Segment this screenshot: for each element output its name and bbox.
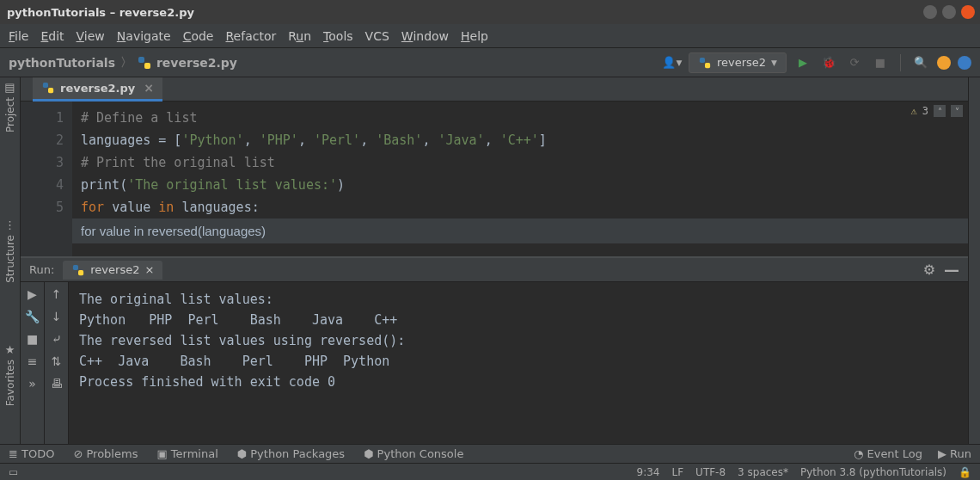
soft-wrap-icon[interactable]: ⤶ (52, 332, 62, 346)
breadcrumb-file[interactable]: reverse2.py (156, 56, 237, 70)
search-icon[interactable]: 🔍 (911, 53, 930, 72)
menu-vcs[interactable]: VCS (365, 29, 389, 43)
output-line: Process finished with exit code 0 (79, 372, 958, 392)
editor-tab[interactable]: reverse2.py × (33, 77, 162, 102)
title-bar: pythonTutorials – reverse2.py (0, 0, 980, 24)
code-text: 'C++' (500, 132, 539, 148)
menu-help[interactable]: Help (461, 29, 488, 43)
wrench-icon[interactable]: 🔧 (25, 310, 40, 323)
close-tab-icon[interactable]: × (144, 81, 154, 95)
menu-edit[interactable]: Edit (40, 29, 64, 43)
down-icon[interactable]: ↓ (52, 310, 62, 323)
status-icon[interactable]: ▭ (9, 466, 18, 478)
line-separator[interactable]: LF (672, 466, 684, 478)
line-number: 4 (21, 174, 72, 196)
menu-code[interactable]: Code (183, 29, 214, 43)
caret-pos[interactable]: 9:34 (637, 466, 660, 478)
layout-icon[interactable]: ≡ (28, 354, 38, 368)
problems-tab[interactable]: ⊘ Problems (73, 447, 138, 460)
todo-tab[interactable]: ≣ TODO (9, 447, 54, 460)
lock-icon[interactable]: 🔒 (959, 466, 971, 478)
run-tab[interactable]: ▶ Run (938, 447, 971, 460)
line-number: 2 (21, 129, 72, 151)
editor-inspections[interactable]: ⚠ 3 ˄ ˅ (911, 105, 963, 117)
minimize-button[interactable] (923, 5, 937, 19)
python-file-icon (41, 81, 55, 95)
favorites-tool-icon[interactable]: ★ (5, 343, 15, 356)
code-text: 'Java' (438, 132, 484, 148)
run-config-selector[interactable]: reverse2 ▼ (689, 52, 787, 73)
svg-rect-3 (705, 63, 710, 68)
run-config-name: reverse2 (717, 56, 766, 69)
code-text: languages (81, 132, 158, 148)
close-button[interactable] (961, 5, 975, 19)
left-tool-strip: ▤ Project ⋮ Structure ★ Favorites » (0, 77, 21, 444)
menu-tools[interactable]: Tools (323, 29, 353, 43)
breadcrumb-project[interactable]: pythonTutorials (9, 56, 115, 70)
menu-bar: File Edit View Navigate Code Refactor Ru… (0, 24, 980, 48)
navigation-bar: pythonTutorials 〉 reverse2.py 👤▼ reverse… (0, 48, 980, 77)
run-button[interactable]: ▶ (793, 53, 812, 72)
ide-settings-icon[interactable] (958, 56, 971, 70)
favorites-tool-label[interactable]: Favorites (4, 360, 16, 406)
prev-highlight-icon[interactable]: ˄ (934, 105, 946, 117)
menu-file[interactable]: File (9, 29, 28, 43)
indent[interactable]: 3 spaces* (738, 466, 788, 478)
up-icon[interactable]: ↑ (52, 287, 62, 301)
menu-view[interactable]: View (77, 29, 105, 43)
packages-tab[interactable]: ⬢ Python Packages (237, 447, 345, 460)
code-text: 'Perl' (314, 132, 360, 148)
svg-rect-1 (144, 63, 150, 69)
svg-rect-7 (78, 270, 83, 275)
more-icon[interactable]: » (28, 377, 36, 391)
line-number: 1 (21, 107, 72, 129)
add-config-icon[interactable]: 👤▼ (663, 53, 682, 72)
window-controls (923, 5, 975, 19)
structure-tool-icon[interactable]: ⋮ (4, 218, 15, 231)
project-tool-icon[interactable]: ▤ (4, 81, 15, 94)
interpreter[interactable]: Python 3.8 (pythonTutorials) (800, 466, 946, 478)
code-text: ) (337, 177, 345, 193)
code-text: value (112, 200, 158, 215)
code-text: , (485, 132, 500, 148)
debug-button[interactable]: 🐞 (819, 53, 838, 72)
close-run-tab-icon[interactable]: × (144, 263, 154, 276)
coverage-button[interactable]: ⟳ (845, 53, 864, 72)
menu-window[interactable]: Window (401, 29, 449, 43)
maximize-button[interactable] (942, 5, 956, 19)
structure-tool-label[interactable]: Structure (4, 235, 16, 283)
rerun-icon[interactable]: ▶ (28, 287, 37, 301)
menu-run[interactable]: Run (288, 29, 311, 43)
svg-rect-6 (73, 264, 78, 269)
scroll-icon[interactable]: ⇅ (52, 354, 62, 368)
code-text: , (360, 132, 376, 148)
next-highlight-icon[interactable]: ˅ (951, 105, 963, 117)
project-tool-label[interactable]: Project (4, 97, 16, 132)
chevron-down-icon: ▼ (771, 58, 777, 67)
hide-panel-icon[interactable]: — (944, 261, 959, 279)
gear-icon[interactable]: ⚙ (923, 262, 935, 278)
code-text: = [ (158, 132, 181, 148)
encoding[interactable]: UTF-8 (695, 466, 726, 478)
stop-button[interactable]: ■ (871, 53, 890, 72)
run-tab[interactable]: reverse2 × (63, 261, 162, 280)
window-title: pythonTutorials – reverse2.py (7, 6, 194, 19)
console-tab[interactable]: ⬢ Python Console (364, 447, 463, 460)
run-tool-window: Run: reverse2 × ⚙ — ▶ 🔧 ■ ≡ » ↑ ↓ ⤶ ⇅ 🖶 (21, 256, 968, 444)
terminal-tab[interactable]: ▣ Terminal (156, 447, 217, 460)
menu-navigate[interactable]: Navigate (117, 29, 171, 43)
console-output[interactable]: The original list values: Python PHP Per… (69, 282, 968, 444)
output-line: The reversed list values using reversed(… (79, 330, 958, 351)
run-tab-label: reverse2 (90, 263, 139, 276)
code-editor[interactable]: 1 2 3 4 5 ⚠ 3 ˄ ˅ # Define a list langua… (21, 102, 968, 256)
code-area[interactable]: ⚠ 3 ˄ ˅ # Define a list languages = ['Py… (72, 102, 968, 256)
event-log-tab[interactable]: ◔ Event Log (854, 447, 922, 460)
svg-rect-5 (48, 88, 53, 93)
svg-rect-0 (138, 57, 144, 63)
stop-icon[interactable]: ■ (27, 332, 38, 346)
ide-update-icon[interactable] (937, 56, 951, 70)
menu-refactor[interactable]: Refactor (225, 29, 276, 43)
editor-tab-label: reverse2.py (60, 82, 135, 95)
print-icon[interactable]: 🖶 (51, 377, 63, 391)
code-text: # Print the original list (81, 155, 275, 170)
